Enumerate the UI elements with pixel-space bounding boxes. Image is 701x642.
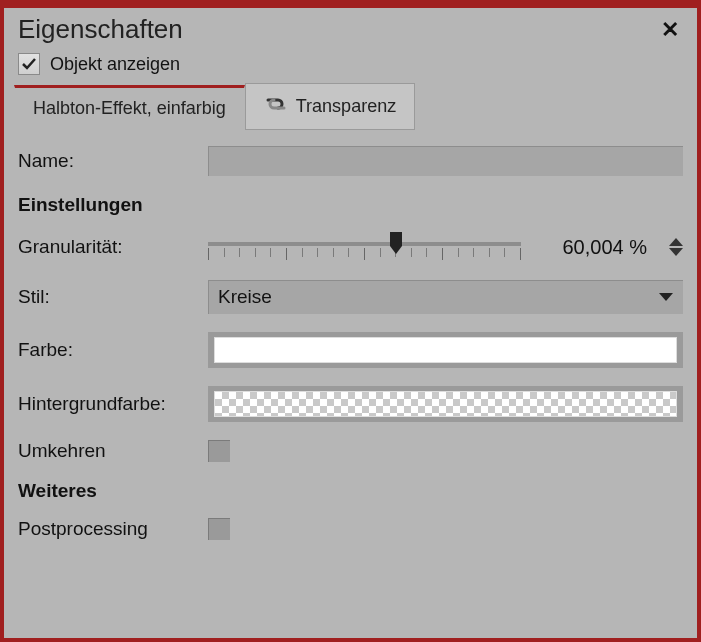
show-object-checkbox[interactable] [18,53,40,75]
color-swatch [214,337,677,363]
color-picker[interactable] [208,332,683,368]
bgcolor-swatch [214,391,677,417]
granularity-slider[interactable] [208,232,521,262]
section-settings: Einstellungen [18,194,683,216]
granularity-value[interactable]: 60,004 % [537,236,647,259]
transparency-icon [264,94,288,119]
tab-transparency-label: Transparenz [296,96,396,117]
tab-transparency[interactable]: Transparenz [245,83,415,130]
show-object-label: Objekt anzeigen [50,54,180,75]
postprocessing-label: Postprocessing [18,518,208,540]
bgcolor-label: Hintergrundfarbe: [18,393,208,415]
slider-thumb-icon[interactable] [388,232,404,254]
granularity-stepper[interactable] [669,238,683,256]
invert-label: Umkehren [18,440,208,462]
tab-halftone-label: Halbton-Effekt, einfarbig [33,98,226,119]
style-value: Kreise [218,286,272,308]
color-label: Farbe: [18,339,208,361]
name-label: Name: [18,150,208,172]
chevron-down-icon [659,293,673,301]
chevron-down-icon[interactable] [669,248,683,256]
name-field[interactable] [208,146,683,176]
tab-halftone[interactable]: Halbton-Effekt, einfarbig [14,85,245,130]
style-dropdown[interactable]: Kreise [208,280,683,314]
postprocessing-checkbox[interactable] [208,518,230,540]
invert-checkbox[interactable] [208,440,230,462]
bgcolor-picker[interactable] [208,386,683,422]
granularity-label: Granularität: [18,236,208,258]
chevron-up-icon[interactable] [669,238,683,246]
close-icon[interactable]: ✕ [657,17,683,43]
style-label: Stil: [18,286,208,308]
panel-title: Eigenschaften [18,14,183,45]
section-more: Weiteres [18,480,683,502]
